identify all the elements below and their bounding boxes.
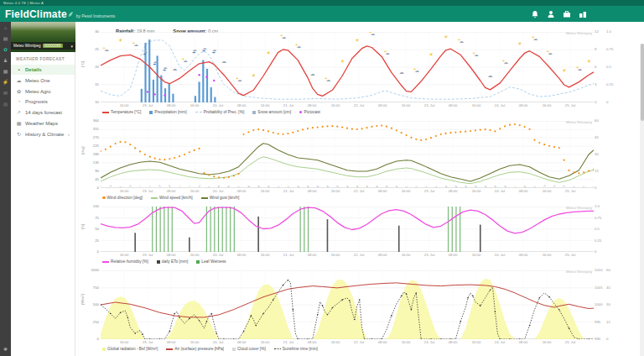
gallery-icon[interactable]: ▤ [3,36,8,42]
chevron-down-icon[interactable]: ▾ [70,44,73,49]
legend-label: Wind speed [km/h] [159,196,193,200]
y-axis-unit: [deg] [80,146,85,154]
y-tick-label: 180 [93,153,99,156]
y-tick-label-right: 0.25 [595,239,601,243]
energy-icon[interactable]: ⚡ [3,80,9,86]
sidebar-item-history-climate[interactable]: ↻History & Climate› [11,128,75,139]
chart-3-legend: Relative humidity [%]daily ETo [mm]Leaf … [101,258,594,265]
user-icon[interactable]: ♟ [3,58,8,64]
x-tick-label: 24. Jul [495,189,505,193]
x-tick-label: 08:00 [237,340,246,344]
svg-text:↘: ↘ [454,184,457,188]
legend-item-global-radiation-bsf-w-m[interactable]: Global radiation - Bsf [W/m²] [102,347,158,351]
station-selector[interactable]: Meteo Winnipeg 00000089 ▾ [11,22,75,52]
sidebar-item-meteo-agro[interactable]: ✿Meteo Agro [11,86,75,97]
y-tick-label-right: 0.75 [606,48,613,51]
x-tick-label: 08:00 [519,189,527,193]
x-tick-label: 19. Jul [143,340,153,344]
x-tick-label: 16:00 [543,189,551,193]
x-tick-label: 16:00 [472,189,480,193]
svg-text:↘: ↘ [306,184,309,188]
y-tick-label: 360 [93,119,99,123]
gear-icon[interactable]: ✱ [0,347,11,353]
svg-text:☂: ☂ [202,49,206,54]
svg-text:↗: ↗ [553,184,555,188]
svg-text:☁: ☁ [459,39,464,44]
x-tick-label: 16:00 [331,189,340,193]
legend-item-daily-eto-mm[interactable]: daily ETo [mm] [157,259,188,264]
legend-item-wind-speed-km-h[interactable]: Wind speed [km/h] [151,196,193,200]
scrollbar-thumb[interactable] [641,44,644,121]
chart-4: [W/m²]10007505002500Meteo Winnipeg101010… [79,270,644,353]
fieldclimate-icon[interactable]: ✿ [3,47,8,53]
legend-swatch [157,260,160,264]
y-tick-label-right: 30 [606,303,610,306]
legend-item-leaf-wetness[interactable]: Leaf Wetness [196,259,226,264]
legend-item-sunshine-time-min[interactable]: Sunshine time [min] [274,347,318,351]
stations-grid-icon[interactable]: ▦ [3,69,8,75]
sidebar-item-weather-maps[interactable]: ▦Weather Maps [11,118,75,128]
legend-item-wind-gust-km-h[interactable]: Wind gust [km/h] [201,196,240,200]
legend-item-temperature-c[interactable]: Temperature [°C] [102,110,141,114]
vertical-scrollbar[interactable] [640,44,644,356]
x-tick-label: 08:00 [308,103,316,107]
sidebar-item-meteo-one[interactable]: ☁Meteo One [11,75,75,86]
svg-text:↗: ↗ [129,184,132,188]
chart-1: [°C]3025201510Meteo Winnipeg☀☁☀☀☁☁☂☁☂☁☂☁… [79,32,644,116]
y-tick-label: 45 [95,178,99,181]
legend-item-wind-direction-deg[interactable]: Wind direction [deg] [102,196,143,200]
legend-item-snow-amount-cm[interactable]: Snow amount [cm] [252,110,291,114]
legend-item-air-surface-pressure-hpa[interactable]: Air (surface) pressure [hPa] [166,347,224,351]
leaf-icon [68,11,74,18]
legend-item-precipitation-mm[interactable]: Precipitation [mm] [149,110,186,114]
x-tick-label: 08:00 [378,253,387,257]
y-tick-label: 270 [93,136,99,139]
organization-icon[interactable] [579,10,587,18]
legend-swatch [195,112,202,113]
svg-text:↓: ↓ [514,184,516,188]
app-header: Metos 4.0 TE | Metos A FieldClimate by P… [0,0,644,22]
x-tick-label: 23. Jul [424,253,434,257]
station-name: Meteo Winnipeg [13,44,41,48]
x-tick-label: 08:00 [237,189,246,193]
x-tick-label: 23. Jul [424,189,434,193]
legend-item-relative-humidity[interactable]: Relative humidity [%] [102,259,148,264]
x-tick-label: 16:00 [261,253,269,257]
y-tick-label-right: 1005 [595,286,603,290]
briefcase-icon[interactable] [563,10,571,18]
chart-4-plot[interactable] [101,270,594,339]
legend-item-cloud-cover[interactable]: Cloud cover [%] [232,347,266,351]
sidebar-item-prognosis[interactable]: ◔Prognosis [11,97,75,107]
sidebar-item-14-days-forecast[interactable]: ↗14 days forecast [11,107,75,118]
svg-text:↖: ↖ [169,184,171,188]
messages-icon[interactable]: ✉ [3,91,8,97]
chevron-right-icon: › [68,132,70,137]
svg-text:☂: ☂ [163,68,167,73]
y-tick-label: 0 [97,338,99,341]
chart-1-plot[interactable]: ☀☁☀☀☁☁☂☁☂☁☂☁☀☁☁☂☁☂☁☂☁☀☁☀☀☀☁☀☁☁☀☁☀☀☀☁☀☁☁☀… [101,32,594,102]
chart-watermark: Meteo Winnipeg [566,31,592,35]
legend-swatch [102,348,106,351]
x-tick-label: 25. Jul [565,189,575,193]
user-icon[interactable] [547,10,555,18]
x-tick-label: 16:00 [120,189,128,193]
svg-text:←: ← [207,184,210,188]
home-icon[interactable]: ⌂ [4,25,8,31]
legend-item-probability-of-prec[interactable]: Probability of Prec. [%] [195,110,245,114]
y-tick-label-right: 0 [595,101,596,104]
target-icon[interactable]: ◎ [3,102,8,107]
menu-item-label: Meteo Agro [25,89,51,94]
logo-text: FieldClimate [5,8,67,20]
legend-item-pictocast[interactable]: Pictocast [299,110,320,114]
fieldclimate-logo[interactable]: FieldClimate by Pessl Instruments [5,8,115,20]
sidebar-item-details[interactable]: ▪Details [11,65,75,75]
x-tick-label: 23. Jul [424,340,434,344]
svg-text:↘: ↘ [503,184,506,188]
topbar-text: Metos 4.0 TE | Metos A [3,1,44,5]
x-tick-label: 21. Jul [283,103,293,107]
chart-2-plot[interactable]: ↑↗→↗↑↑↖↖↑↑↗←↙↙←↘↘↘→→↘↘↘↘↘↘↘↘↘↘↘→→→→↘↘↘↘↘… [101,121,594,188]
y-tick-label-right: 0 [606,338,608,341]
chart-3-plot[interactable] [101,207,594,252]
notifications-bell-icon[interactable] [531,10,539,18]
x-tick-label: 16:00 [543,340,551,344]
